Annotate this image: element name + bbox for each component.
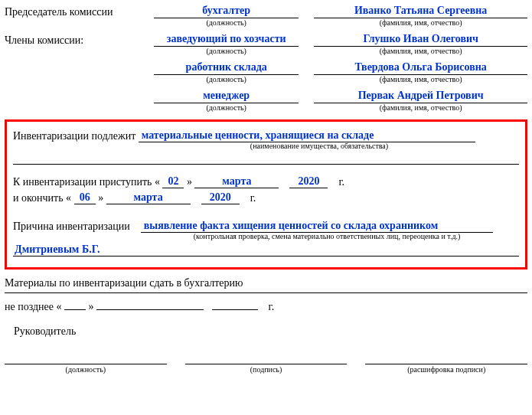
signature-caption-decipher: (расшифровка подписи) <box>365 365 527 374</box>
member-row: работник склада (должность) Твердова Оль… <box>5 61 527 83</box>
reason-line: Причина инвентаризации выявление факта х… <box>13 220 519 233</box>
deadline-month <box>96 309 204 310</box>
member-position: работник склада <box>154 61 299 75</box>
deadline-day <box>64 309 86 310</box>
signature-caption-position: (должность) <box>5 365 167 374</box>
subject-line: Инвентаризации подлежит материальные цен… <box>13 129 519 142</box>
member-row: менеджер (должность) Первак Андрей Петро… <box>5 90 527 112</box>
signature-row: (должность) (подпись) (расшифровка подпи… <box>5 364 527 374</box>
end-month: марта <box>106 191 191 204</box>
start-day: 02 <box>162 175 184 188</box>
subject-label: Инвентаризации подлежит <box>13 130 135 142</box>
member-position: заведующий по хозчасти <box>154 33 299 47</box>
end-year: 2020 <box>201 191 240 204</box>
start-label: К инвентаризации приступить « <box>13 176 160 188</box>
chair-position-cell: бухгалтер (должность) <box>154 5 299 27</box>
signature-position-cell: (должность) <box>5 364 167 374</box>
chair-name-cell: Иванко Татьяна Сергеевна (фамилия, имя, … <box>314 5 527 27</box>
members-label: Члены комиссии: <box>5 33 149 47</box>
blank-line <box>13 164 519 165</box>
deliver-line: Материалы по инвентаризации сдать в бухг… <box>5 277 527 289</box>
chair-label: Председатель комиссии <box>5 5 149 18</box>
reason-label: Причина инвентаризации <box>13 221 130 232</box>
member-name: Глушко Иван Олегович <box>314 33 527 47</box>
member-position: менеджер <box>154 90 299 103</box>
end-label: и окончить « <box>13 192 71 204</box>
start-month: марта <box>194 175 279 188</box>
end-day: 06 <box>74 191 96 204</box>
subject-caption: (наименование имущества, обязательства) <box>151 142 488 150</box>
deadline-year <box>212 309 258 310</box>
start-date-line: К инвентаризации приступить « 02 » марта… <box>13 175 519 188</box>
chair-row: Председатель комиссии бухгалтер (должнос… <box>5 5 527 27</box>
reason-caption: (контрольная проверка, смена материально… <box>151 233 503 240</box>
member-row: Члены комиссии: заведующий по хозчасти (… <box>5 33 527 55</box>
reason-value-continued: Дмитриевым Б.Г. <box>13 243 519 257</box>
reason-value: выявление факта хищения ценностей со скл… <box>141 220 493 233</box>
signature-sign-cell: (подпись) <box>185 364 348 374</box>
chair-name: Иванко Татьяна Сергеевна <box>314 5 527 18</box>
subject-value: материальные ценности, хранящиеся на скл… <box>139 129 475 142</box>
highlighted-section: Инвентаризации подлежит материальные цен… <box>5 119 527 270</box>
caption-position: (должность) <box>154 19 299 27</box>
member-name: Первак Андрей Петрович <box>314 90 527 103</box>
deliver-blank-line <box>5 292 527 293</box>
start-year: 2020 <box>289 175 328 188</box>
year-suffix: г. <box>338 176 344 188</box>
signature-decipher-cell: (расшифровка подписи) <box>365 364 527 374</box>
deadline-prefix: не позднее « <box>5 301 62 312</box>
deadline-line: не позднее « » г. <box>5 301 527 313</box>
leader-label: Руководитель <box>5 325 527 338</box>
signature-caption-sign: (подпись) <box>185 365 348 374</box>
chair-position: бухгалтер <box>154 5 299 18</box>
end-date-line: и окончить « 06 » марта 2020 г. <box>13 191 519 204</box>
caption-name: (фамилия, имя, отчество) <box>314 19 527 27</box>
member-name: Твердова Ольга Борисовна <box>314 61 527 75</box>
